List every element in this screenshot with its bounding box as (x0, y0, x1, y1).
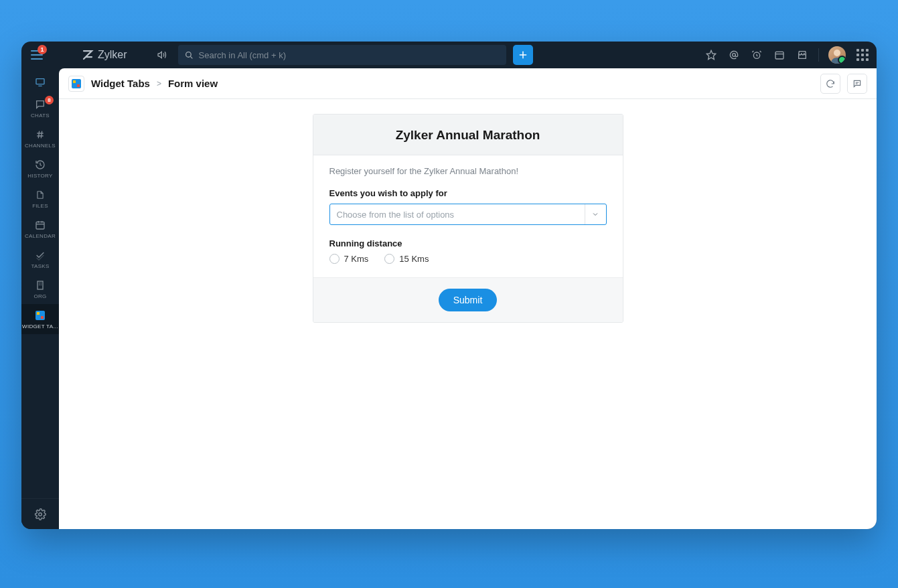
star-icon[interactable] (704, 48, 718, 62)
svg-rect-10 (775, 52, 783, 59)
svg-rect-13 (36, 79, 44, 84)
refresh-icon (826, 79, 835, 88)
sidebar-settings[interactable] (21, 498, 59, 529)
brand-logo-icon (82, 49, 94, 61)
sidebar-label: TASKS (31, 263, 49, 269)
calendar-top-icon[interactable] (773, 48, 786, 62)
chats-badge: 8 (45, 96, 54, 104)
form-title: Zylker Annual Marathon (313, 115, 623, 155)
hamburger-menu[interactable]: 1 (25, 44, 48, 66)
user-avatar[interactable] (828, 46, 846, 64)
chevron-down-icon (585, 204, 606, 224)
hamburger-badge: 1 (38, 45, 47, 54)
breadcrumb-app-icon (68, 76, 84, 92)
search-box[interactable] (178, 45, 506, 65)
content-area: Zylker Annual Marathon Register yourself… (59, 99, 877, 529)
sidebar-label: ORG (33, 293, 46, 299)
sidebar-item-files[interactable]: FILES (21, 183, 59, 214)
brand: Zylker (55, 49, 127, 61)
svg-line-4 (190, 56, 192, 58)
comment-button[interactable] (847, 74, 867, 94)
radio-label: 15 Kms (399, 254, 429, 264)
sidebar-label: CHATS (31, 113, 50, 119)
breadcrumb-title[interactable]: Widget Tabs (91, 78, 150, 89)
refresh-button[interactable] (820, 74, 840, 94)
app-window: 1 Zylker (21, 42, 877, 529)
distance-option-7[interactable]: 7 Kms (329, 254, 369, 264)
sidebar-item-channels[interactable]: CHANNELS (21, 123, 59, 153)
svg-rect-23 (38, 281, 43, 289)
form-card: Zylker Annual Marathon Register yourself… (313, 114, 623, 323)
sidebar-label: HISTORY (27, 173, 52, 179)
form-description: Register yourself for the Zylker Annual … (329, 166, 607, 176)
radio-icon (384, 254, 394, 264)
sidebar-label: CALENDAR (25, 233, 56, 239)
store-icon[interactable] (796, 48, 809, 62)
search-icon (185, 51, 194, 60)
svg-point-8 (733, 54, 736, 57)
comment-icon (852, 79, 862, 88)
sidebar-label: WIDGET TA... (22, 323, 58, 329)
breadcrumb-current: Form view (168, 78, 218, 89)
sidebar-item-org[interactable]: ORG (21, 274, 59, 304)
sidebar-label: FILES (32, 203, 48, 209)
widget-icon (34, 309, 46, 321)
distance-option-15[interactable]: 15 Kms (384, 254, 429, 264)
sidebar-item-chats[interactable]: 8 CHATS (21, 93, 59, 123)
sidebar-item-history[interactable]: HISTORY (21, 153, 59, 183)
sidebar-item-monitor[interactable] (21, 71, 59, 93)
events-placeholder: Choose from the list of options (330, 210, 585, 220)
svg-line-18 (41, 131, 42, 139)
monitor-icon (34, 76, 46, 88)
radio-label: 7 Kms (344, 254, 369, 264)
svg-point-12 (834, 50, 840, 56)
distance-radio-group: 7 Kms 15 Kms (329, 254, 607, 264)
svg-point-28 (39, 512, 42, 516)
svg-line-17 (38, 131, 39, 139)
sidebar-label: CHANNELS (25, 143, 56, 149)
breadcrumb-bar: Widget Tabs > Form view (59, 68, 877, 99)
sidebar-item-calendar[interactable]: CALENDAR (21, 214, 59, 244)
apps-grid-icon[interactable] (855, 48, 870, 62)
reminder-icon[interactable] (750, 48, 763, 62)
sidebar: 8 CHATS CHANNELS HISTORY FILES CALENDAR (21, 68, 59, 529)
sidebar-item-widget-tabs[interactable]: WIDGET TA... (21, 304, 59, 334)
top-right-icons (704, 46, 870, 64)
form-footer: Submit (313, 277, 623, 322)
radio-icon (329, 254, 340, 264)
tasks-icon (34, 249, 46, 261)
announce-icon[interactable] (153, 46, 171, 64)
submit-button[interactable]: Submit (439, 289, 498, 311)
add-button[interactable] (513, 45, 533, 65)
events-select[interactable]: Choose from the list of options (329, 204, 607, 225)
svg-point-3 (185, 52, 191, 57)
distance-label: Running distance (329, 238, 607, 248)
hash-icon (34, 129, 46, 141)
org-icon (34, 279, 46, 291)
main-panel: Widget Tabs > Form view Zylker Annual Ma… (59, 68, 877, 529)
calendar-icon (34, 219, 46, 231)
top-bar: 1 Zylker (21, 42, 877, 68)
svg-rect-19 (36, 222, 44, 229)
sidebar-item-tasks[interactable]: TASKS (21, 244, 59, 274)
file-icon (34, 189, 46, 201)
brand-name: Zylker (98, 49, 127, 61)
mention-icon[interactable] (727, 48, 741, 62)
events-label: Events you wish to apply for (329, 188, 607, 198)
gear-icon (34, 508, 46, 520)
history-icon (34, 159, 46, 171)
plus-icon (518, 50, 528, 60)
svg-marker-7 (706, 50, 715, 59)
breadcrumb-sep: > (157, 79, 161, 88)
search-input[interactable] (199, 50, 500, 60)
